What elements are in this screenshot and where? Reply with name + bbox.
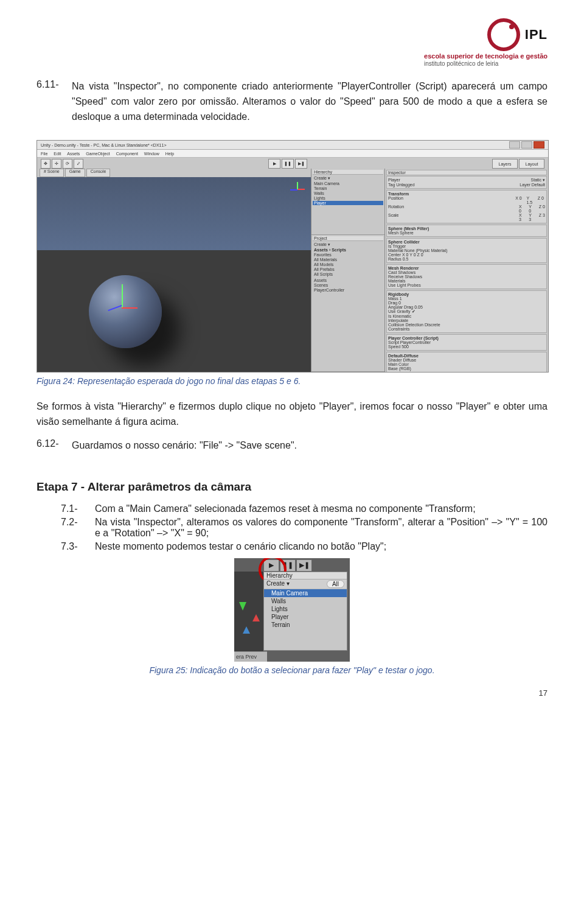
tag-field[interactable]: Tag Untagged	[388, 183, 415, 187]
static-toggle[interactable]: Static ▾	[531, 178, 545, 183]
rot-z[interactable]: Z 0	[539, 205, 545, 213]
step-text: Com a "Main Camera" selecionada fazemos …	[95, 503, 548, 514]
step-button[interactable]: ▶❚	[295, 159, 307, 169]
project-folder[interactable]: All Materials	[313, 257, 383, 262]
hierarchy-item[interactable]: Walls	[264, 597, 347, 605]
rb-row[interactable]: Use Gravity ✔	[388, 309, 545, 314]
pause-button[interactable]: ❚❚	[282, 159, 294, 169]
scene-view[interactable]: # Scene Game Console	[37, 169, 311, 372]
rb-row[interactable]: Drag 0	[388, 301, 545, 305]
hand-tool-icon[interactable]: ✥	[41, 159, 50, 169]
rb-row[interactable]: Constraints	[388, 327, 545, 331]
radius-field[interactable]: Radius 0.5	[388, 257, 545, 261]
mesh-field[interactable]: Mesh Sphere	[388, 231, 545, 235]
mat-row[interactable]: Base (RGB)	[388, 366, 545, 371]
scene-ground	[37, 250, 311, 372]
speed-field[interactable]: Speed 500	[388, 345, 545, 349]
hierarchy-item[interactable]: Walls	[313, 191, 383, 195]
menu-item[interactable]: Component	[116, 152, 138, 156]
step-number: 7.2-	[61, 517, 88, 539]
move-tool-icon[interactable]: ✢	[52, 159, 61, 169]
layout-dropdown[interactable]: Layout	[519, 159, 544, 169]
hierarchy-item[interactable]: Terrain	[264, 621, 347, 629]
project-create[interactable]: Create ▾	[313, 242, 383, 247]
pos-z[interactable]: Z 0	[538, 196, 545, 205]
hierarchy-item-selected[interactable]: Player	[313, 201, 383, 205]
inspector-tab[interactable]: Inspector	[386, 170, 547, 175]
hierarchy-item[interactable]: Lights	[313, 196, 383, 200]
script-field[interactable]: Script PlayerController	[388, 340, 545, 345]
menu-item[interactable]: File	[41, 152, 47, 156]
scl-y[interactable]: Y 3	[529, 213, 535, 222]
step-button[interactable]: ▶❚	[296, 559, 312, 572]
hierarchy-item[interactable]: Player	[264, 613, 347, 621]
step-7-2: 7.2- Na vista "Inspector", alteramos os …	[61, 517, 548, 539]
transform-gizmo[interactable]	[116, 284, 128, 315]
menu-item[interactable]: Window	[144, 152, 159, 156]
menubar: File Edit Assets GameObject Component Wi…	[37, 150, 548, 158]
logo-subtitle2: instituto politécnico de leiria	[424, 60, 548, 67]
menu-item[interactable]: Help	[165, 152, 174, 156]
trigger-toggle[interactable]: Is Trigger	[388, 244, 545, 248]
menu-item[interactable]: Edit	[54, 152, 61, 156]
create-dropdown[interactable]: Create ▾	[313, 176, 383, 181]
mat-row[interactable]: Main Color	[388, 362, 545, 366]
rb-row[interactable]: Mass 1	[388, 296, 545, 301]
scale-tool-icon[interactable]: ⤢	[74, 159, 83, 169]
center-field[interactable]: Center X 0 Y 0 Z 0	[388, 253, 545, 257]
search-field[interactable]: All	[327, 580, 344, 588]
console-tab[interactable]: Console	[86, 169, 111, 177]
play-button[interactable]: ▶	[268, 159, 280, 169]
rb-row[interactable]: Collision Detection Discrete	[388, 323, 545, 327]
game-tab[interactable]: Game	[65, 169, 85, 177]
orientation-gizmo-icon[interactable]	[289, 181, 306, 198]
etapa-7-title: Etapa 7 - Alterar parâmetros da câmara	[36, 480, 548, 494]
rb-row[interactable]: Interpolate	[388, 318, 545, 323]
project-folder[interactable]: All Models	[313, 262, 383, 267]
step-number: 7.1-	[61, 503, 88, 514]
window-title: Unity - Demo.unity - Teste - PC, Mac & L…	[41, 143, 166, 147]
hierarchy-item[interactable]: Lights	[264, 605, 347, 613]
shader-field[interactable]: Shader Diffuse	[388, 358, 545, 362]
layers-dropdown[interactable]: Layers	[492, 159, 518, 169]
rot-y[interactable]: Y 0	[529, 205, 535, 213]
hierarchy-item[interactable]: Terrain	[313, 186, 383, 191]
scl-z[interactable]: Z 3	[539, 213, 545, 222]
script-asset[interactable]: PlayerController	[313, 288, 383, 292]
menu-item[interactable]: Assets	[67, 152, 80, 156]
rotate-tool-icon[interactable]: ⟳	[63, 159, 72, 169]
rot-x[interactable]: X 0	[519, 205, 525, 213]
renderer-row[interactable]: Materials	[388, 279, 545, 283]
logo-subtitle: escola superior de tecnologia e gestão	[424, 52, 548, 60]
object-name[interactable]: Player	[388, 178, 400, 183]
maximize-button[interactable]	[521, 141, 532, 149]
menu-item[interactable]: GameObject	[86, 152, 109, 156]
renderer-row[interactable]: Use Light Probes	[388, 283, 545, 287]
play-button[interactable]: ▶	[263, 559, 279, 572]
layer-field[interactable]: Layer Default	[520, 183, 545, 187]
pos-y[interactable]: Y 1.5	[526, 196, 534, 205]
hierarchy-item-selected[interactable]: Main Camera	[264, 589, 347, 597]
assets-folder[interactable]: Assets	[313, 278, 383, 282]
project-folder[interactable]: All Prefabs	[313, 267, 383, 271]
inspector-panel: Inspector Player Static ▾ Tag Untagged L…	[385, 169, 548, 372]
minimize-button[interactable]	[509, 141, 520, 149]
renderer-row[interactable]: Cast Shadows	[388, 270, 545, 275]
scenes-folder[interactable]: Scenes	[313, 283, 383, 287]
renderer-row[interactable]: Receive Shadows	[388, 275, 545, 279]
physmat-field[interactable]: Material None (Physic Material)	[388, 248, 545, 253]
pos-x[interactable]: X 0	[515, 196, 523, 205]
scale-label: Scale	[388, 213, 399, 222]
hierarchy-tab[interactable]: Hierarchy	[313, 170, 383, 175]
pause-button[interactable]: ❚❚	[280, 559, 296, 572]
project-folder[interactable]: All Scripts	[313, 272, 383, 276]
hierarchy-item[interactable]: Main Camera	[313, 181, 383, 186]
rb-row[interactable]: Is Kinematic	[388, 314, 545, 318]
hierarchy-tab[interactable]: Hierarchy	[264, 572, 347, 579]
create-dropdown[interactable]: Create ▾	[266, 580, 290, 588]
scl-x[interactable]: X 3	[519, 213, 525, 222]
project-tab[interactable]: Project	[313, 236, 383, 241]
close-button[interactable]	[534, 141, 544, 149]
rb-row[interactable]: Angular Drag 0.05	[388, 305, 545, 309]
scene-tab[interactable]: # Scene	[40, 169, 64, 177]
